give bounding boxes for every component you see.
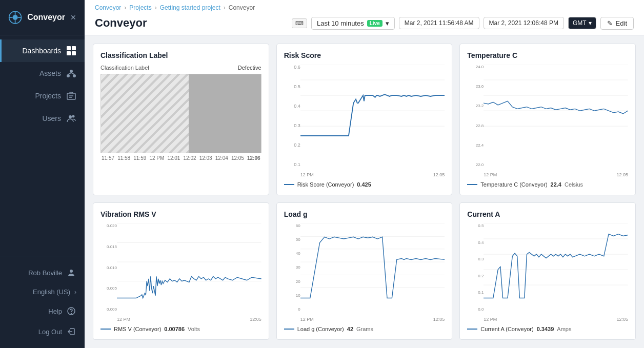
vibration-chart-area: 0.020 0.015 0.010 0.005 0.000: [100, 223, 261, 322]
logout-icon: [66, 326, 76, 337]
temperature-chart-area: 24.0 23.6 23.2 22.8 22.4 22.0: [467, 65, 628, 177]
load-chart-inner: [300, 223, 445, 312]
vibration-chart-inner: [117, 223, 261, 312]
svg-point-12: [73, 74, 76, 77]
timezone-button[interactable]: GMT ▾: [568, 17, 596, 29]
breadcrumb-current: Conveyor: [229, 4, 255, 11]
sidebar-item-users[interactable]: Users: [0, 107, 85, 130]
sidebar-logo: Conveyor ✕: [0, 0, 85, 35]
vibration-unit: Volts: [188, 326, 200, 332]
users-icon: [66, 113, 76, 124]
stripe-defective-section: [189, 74, 260, 153]
load-legend-line: [284, 329, 294, 330]
dashboard-grid: Classification Label Classification Labe…: [85, 35, 644, 348]
projects-icon: [66, 91, 76, 101]
main-content: Conveyor › Projects › Getting started pr…: [85, 0, 644, 348]
risk-score-chart-inner: [300, 65, 445, 167]
svg-point-18: [69, 115, 72, 118]
risk-score-y-axis: 0.6 0.5 0.4 0.3 0.2 0.1: [284, 65, 300, 167]
temperature-legend-line: [467, 184, 477, 185]
load-svg: [300, 223, 445, 300]
chevron-right-icon: ›: [74, 289, 76, 296]
load-card: Load g 60 50 40 30 20 10 0: [276, 202, 453, 340]
sidebar-item-dashboards[interactable]: Dashboards: [0, 39, 85, 62]
user-info: Rob Boville: [0, 262, 85, 283]
svg-rect-9: [72, 51, 76, 55]
breadcrumb-projects[interactable]: Projects: [129, 4, 151, 11]
help-link[interactable]: Help: [0, 301, 85, 321]
current-legend-line: [467, 329, 477, 330]
svg-point-19: [72, 115, 75, 118]
load-unit: Grams: [356, 326, 373, 332]
sidebar-item-projects[interactable]: Projects: [0, 85, 85, 107]
load-card-title: Load g: [284, 210, 445, 218]
load-value: 42: [347, 326, 353, 332]
vibration-legend-line: [100, 329, 111, 330]
edit-button[interactable]: ✎ Edit: [600, 17, 634, 30]
risk-score-value: 0.425: [357, 181, 371, 188]
svg-rect-8: [67, 51, 71, 55]
classification-chart: [100, 74, 261, 153]
breadcrumb-sep-1: ›: [124, 4, 126, 11]
language-selector[interactable]: English (US) ›: [0, 283, 85, 301]
temperature-card-title: Temperature C: [467, 51, 628, 59]
classification-time-axis: 11:57 11:58 11:59 12 PM 12:01 12:02 12:0…: [100, 155, 261, 161]
temperature-footer: Temperature C (Conveyor) 22.4 Celsius: [467, 181, 628, 188]
temperature-x-axis: 12 PM 12:05: [484, 172, 628, 177]
load-x-axis: 12 PM 12:05: [300, 317, 445, 322]
risk-score-card-title: Risk Score: [284, 51, 445, 59]
breadcrumb-conveyor[interactable]: Conveyor: [95, 4, 121, 11]
breadcrumb-sep-2: ›: [155, 4, 157, 11]
sidebar-nav: Dashboards Assets: [0, 35, 85, 256]
vibration-footer: RMS V (Conveyor) 0.00786 Volts: [100, 326, 261, 332]
svg-rect-15: [67, 93, 75, 99]
breadcrumb: Conveyor › Projects › Getting started pr…: [95, 0, 634, 13]
breadcrumb-sep-3: ›: [224, 4, 226, 11]
classification-card-title: Classification Label: [100, 51, 261, 59]
header: Conveyor › Projects › Getting started pr…: [85, 0, 644, 35]
live-badge: Live: [367, 20, 383, 27]
current-y-axis: 0.5 0.4 0.3 0.2 0.1 0.0: [467, 223, 484, 312]
svg-line-13: [68, 73, 71, 74]
current-chart-area: 0.5 0.4 0.3 0.2 0.1 0.0: [467, 223, 628, 322]
risk-score-svg: [300, 65, 445, 141]
help-icon: [66, 306, 76, 316]
temperature-card: Temperature C 24.0 23.6 23.2 22.8 22.4 2…: [459, 44, 636, 195]
sidebar: Conveyor ✕ Dashboards Assets: [0, 0, 85, 348]
page-title: Conveyor: [95, 16, 147, 30]
app-name: Conveyor: [27, 13, 65, 22]
edit-icon: ✎: [607, 19, 613, 27]
classification-card: Classification Label Classification Labe…: [93, 44, 269, 195]
chevron-down-icon-tz: ▾: [589, 19, 592, 27]
vibration-card: Vibration RMS V 0.020 0.015 0.010 0.005 …: [93, 202, 269, 340]
current-card-title: Current A: [467, 210, 628, 218]
temperature-unit: Celsius: [565, 181, 583, 188]
svg-line-14: [71, 73, 74, 74]
risk-score-legend-line: [284, 184, 294, 185]
keyboard-shortcut-icon: ⌨: [292, 18, 307, 28]
close-icon[interactable]: ✕: [70, 13, 76, 22]
user-avatar-icon: [66, 268, 76, 278]
temperature-value: 22.4: [551, 181, 561, 188]
temperature-y-axis: 24.0 23.6 23.2 22.8 22.4 22.0: [467, 65, 484, 167]
current-card: Current A 0.5 0.4 0.3 0.2 0.1 0.0: [459, 202, 636, 340]
load-chart-area: 60 50 40 30 20 10 0: [284, 223, 445, 322]
temperature-svg: [484, 65, 628, 141]
sidebar-item-assets[interactable]: Assets: [0, 62, 85, 85]
svg-point-1: [13, 15, 18, 20]
header-controls: ⌨ Last 10 minutes Live ▾ Mar 2, 2021 11:…: [292, 17, 634, 30]
classification-header: Classification Label Defective: [100, 65, 261, 71]
svg-point-11: [67, 74, 70, 77]
risk-score-footer: Risk Score (Conveyor) 0.425: [284, 181, 445, 188]
svg-rect-7: [72, 46, 76, 50]
breadcrumb-getting-started[interactable]: Getting started project: [160, 4, 220, 11]
load-y-axis: 60 50 40 30 20 10 0: [284, 223, 300, 312]
current-x-axis: 12 PM 12:05: [484, 317, 628, 322]
risk-score-card: Risk Score 0.6 0.5 0.4 0.3 0.2 0.1: [276, 44, 453, 195]
vibration-y-axis: 0.020 0.015 0.010 0.005 0.000: [100, 223, 117, 312]
svg-point-10: [70, 70, 73, 73]
vibration-value: 0.00786: [164, 326, 185, 332]
time-range-button[interactable]: Last 10 minutes Live ▾: [311, 17, 395, 30]
stripe-normal-section: [101, 74, 189, 153]
logout-button[interactable]: Log Out: [0, 321, 85, 342]
